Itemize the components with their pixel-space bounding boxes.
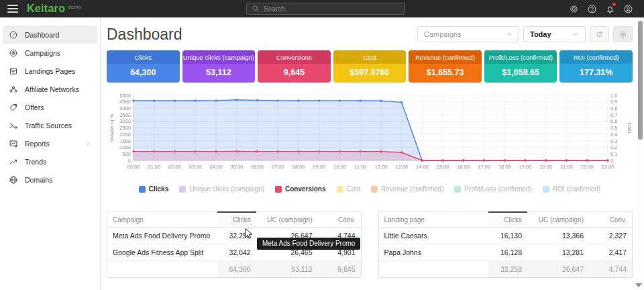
column-header-clicks[interactable]: Clicks: [217, 212, 256, 228]
sidebar-item-reports[interactable]: Reports: [3, 134, 97, 152]
column-header-uc-campaign[interactable]: UC (campaign): [527, 212, 589, 228]
svg-text:23:00: 23:00: [602, 164, 614, 170]
scroll-down-arrow-icon[interactable]: [635, 283, 642, 287]
column-header-landing-page[interactable]: Landing page: [379, 212, 489, 228]
sidebar-item-label: Campaigns: [25, 49, 91, 57]
sidebar-item-landings-pages[interactable]: Landings Pages: [3, 62, 97, 80]
svg-text:04:00: 04:00: [210, 164, 223, 170]
menu-icon[interactable]: [7, 5, 18, 13]
traffic-chart-svg: 00:0001:0002:0003:0004:0005:0006:0007:00…: [107, 91, 633, 177]
search-input[interactable]: [264, 5, 400, 13]
stat-card-unique-clicks-campaign[interactable]: Unique clicks (campaign)53,112: [182, 50, 256, 83]
legend-item-cost[interactable]: Cost: [337, 185, 361, 193]
svg-text:0.2: 0.2: [610, 144, 617, 150]
settings-icon[interactable]: [568, 3, 579, 14]
total-cell: [379, 261, 489, 278]
page-title: Dashboard: [107, 26, 182, 44]
svg-text:01:00: 01:00: [148, 164, 160, 170]
svg-text:02:00: 02:00: [168, 164, 181, 170]
legend-label: Revenue (confirmed): [381, 185, 443, 193]
legend-swatch: [179, 186, 186, 193]
sidebar-item-label: Affiliate Networks: [25, 85, 91, 93]
sidebar-item-trends[interactable]: Trends: [3, 152, 97, 171]
legend-swatch: [275, 186, 282, 193]
stat-card-value: $597.0760: [333, 64, 407, 83]
total-cell: 53,112: [256, 261, 318, 278]
campaign-filter-value: Campaigns: [424, 30, 462, 38]
stat-card-revenue-confirmed[interactable]: Revenue (confirmed)$1,655.73: [409, 50, 482, 83]
top-bar: Keitaro demo: [0, 0, 644, 17]
legend-item-profit-loss-confirmed[interactable]: Profit/Loss (confirmed): [454, 185, 532, 193]
global-search[interactable]: [246, 3, 405, 15]
chevron-right-icon: [85, 140, 91, 147]
refresh-button[interactable]: [590, 26, 609, 42]
stat-card-value: 9,645: [258, 64, 331, 83]
svg-text:13:00: 13:00: [395, 164, 408, 170]
stat-card-value: $1,058.65: [484, 64, 557, 83]
chart-settings-button[interactable]: [613, 26, 633, 42]
notifications-bell[interactable]: [604, 3, 615, 14]
row-tooltip: Meta Ads Food Delivery Promo: [257, 238, 360, 250]
legend-item-unique-clicks-campaign[interactable]: Unique clicks (campaign): [179, 185, 264, 193]
y-axis-label-left: Volume or %: [109, 113, 115, 142]
sidebar-item-traffic-sources[interactable]: Traffic Sources: [3, 116, 97, 134]
stat-card-clicks[interactable]: Clicks64,300: [107, 50, 180, 83]
trends-icon: [9, 157, 18, 166]
row-value-cell: 2,417: [589, 244, 632, 261]
legend-item-roi-confirmed[interactable]: ROI (confirmed): [543, 185, 600, 193]
legend-label: Profit/Loss (confirmed): [464, 185, 532, 193]
campaign-filter-select[interactable]: Campaigns: [417, 26, 519, 42]
svg-text:2000: 2000: [119, 132, 131, 138]
svg-text:0.4: 0.4: [610, 132, 617, 138]
stat-card-profit-loss-confirmed[interactable]: Profit/Loss (confirmed)$1,058.65: [484, 50, 557, 83]
page-header: Dashboard Campaigns Today: [107, 23, 633, 46]
row-value-cell: 13,366: [527, 228, 589, 244]
sidebar-item-campaigns[interactable]: Campaigns: [3, 44, 97, 62]
campaigns-icon: [9, 48, 18, 58]
legend-swatch: [337, 186, 343, 193]
table-row[interactable]: Papa Johns16,12813,2812,417: [379, 244, 633, 261]
scrollbar-thumb[interactable]: [638, 21, 643, 140]
svg-text:0.9: 0.9: [610, 99, 617, 105]
table-row[interactable]: Little Caesars16,13013,3662,327: [379, 228, 633, 244]
stat-card-roi-confirmed[interactable]: ROI (confirmed)177.31%: [559, 50, 633, 83]
stat-cards: Clicks64,300Unique clicks (campaign)53,1…: [107, 50, 633, 83]
traffic-chart: 00:0001:0002:0003:0004:0005:0006:0007:00…: [107, 91, 633, 179]
series-area-conversions: [133, 152, 608, 161]
date-range-select[interactable]: Today: [523, 26, 586, 42]
totals-row: 32,25826,6474,744: [379, 261, 633, 278]
stat-card-conversions[interactable]: Conversions9,645: [258, 50, 331, 83]
legend-item-revenue-confirmed[interactable]: Revenue (confirmed): [371, 185, 443, 193]
column-header-uc-campaign[interactable]: UC (campaign): [256, 212, 318, 228]
sidebar-item-domains[interactable]: Domains: [3, 171, 97, 189]
total-cell: 64,300: [217, 261, 256, 278]
legend-label: Unique clicks (campaign): [189, 185, 264, 193]
column-header-conv[interactable]: Conv.: [318, 212, 361, 228]
svg-text:0.1: 0.1: [610, 151, 617, 157]
legend-item-clicks[interactable]: Clicks: [139, 185, 168, 193]
account-icon[interactable]: [623, 3, 633, 14]
svg-text:19:00: 19:00: [519, 164, 532, 170]
sidebar-item-offers[interactable]: Offers: [3, 98, 97, 116]
svg-text:4500: 4500: [119, 99, 131, 105]
sidebar-item-affiliate-networks[interactable]: Affiliate Networks: [3, 80, 97, 98]
column-header-campaign[interactable]: Campaign: [107, 212, 217, 228]
chart-legend: ClicksUnique clicks (campaign)Conversion…: [107, 185, 633, 193]
column-header-conv[interactable]: Conv.: [589, 212, 632, 228]
row-name-cell[interactable]: Little Caesars: [379, 228, 489, 244]
stat-card-cost[interactable]: Cost$597.0760: [333, 50, 407, 83]
row-name-cell[interactable]: Papa Johns: [379, 244, 489, 261]
row-name-cell[interactable]: Google Ads Fitness App Split: [107, 244, 217, 261]
sidebar-item-dashboard[interactable]: Dashboard: [3, 26, 97, 44]
sidebar-item-label: Reports: [25, 140, 78, 148]
column-header-clicks[interactable]: Clicks: [488, 212, 527, 228]
legend-item-conversions[interactable]: Conversions: [275, 185, 326, 193]
traffic-sources-icon: [9, 121, 18, 130]
help-icon[interactable]: [586, 3, 597, 14]
row-name-cell[interactable]: Meta Ads Food Delivery Promo: [107, 228, 217, 244]
app-logo[interactable]: Keitaro demo: [27, 3, 81, 15]
svg-text:08:00: 08:00: [292, 164, 305, 170]
page-scrollbar[interactable]: [637, 17, 644, 290]
landings-icon: [9, 66, 18, 76]
svg-text:0.5: 0.5: [610, 125, 617, 131]
